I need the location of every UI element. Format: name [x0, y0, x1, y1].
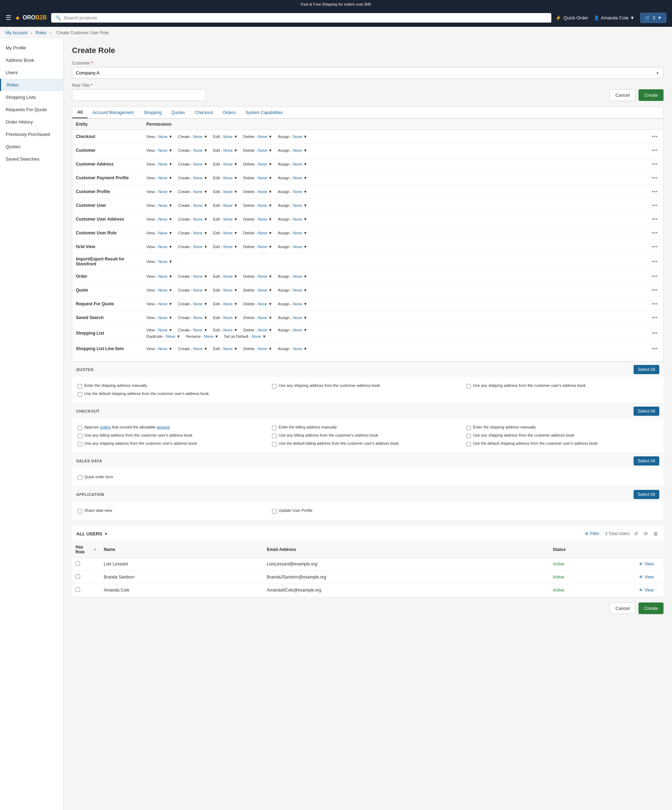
- perm-assign-link[interactable]: None: [293, 347, 302, 351]
- perm-view-link[interactable]: None: [158, 162, 167, 166]
- quick-order-button[interactable]: ⚡ Quick Order: [556, 15, 588, 20]
- perm-assign-link[interactable]: None: [293, 148, 302, 152]
- tab-orders[interactable]: Orders: [218, 107, 241, 118]
- checkout-checkbox-input-9[interactable]: [467, 442, 471, 447]
- perm-create-link[interactable]: None: [193, 274, 202, 278]
- refresh-button-2[interactable]: ⟳: [642, 530, 649, 538]
- perm-edit-link[interactable]: None: [223, 328, 232, 332]
- perm-delete-link[interactable]: None: [258, 231, 267, 235]
- bottom-create-button[interactable]: Create: [638, 602, 664, 614]
- perm-create-link[interactable]: None: [193, 176, 202, 180]
- columns-button[interactable]: ⊞: [652, 530, 659, 538]
- perm-edit-link[interactable]: None: [223, 217, 232, 221]
- user-checkbox-2[interactable]: [76, 587, 80, 592]
- sidebar-item-requests-for-quote[interactable]: Requests For Quote: [0, 103, 63, 116]
- perm-create-link[interactable]: None: [193, 245, 202, 249]
- checkout-checkbox-input-7[interactable]: [77, 442, 82, 447]
- perm-delete-link[interactable]: None: [258, 148, 267, 152]
- perm-view-link[interactable]: None: [158, 217, 167, 221]
- perm-assign-link[interactable]: None: [293, 176, 302, 180]
- refresh-button-1[interactable]: ↺: [633, 530, 640, 538]
- perm-delete-link[interactable]: None: [258, 162, 267, 166]
- breadcrumb-my-account[interactable]: My Account: [6, 30, 27, 35]
- perm-delete-link[interactable]: None: [258, 328, 267, 332]
- perm-view-link[interactable]: None: [158, 328, 167, 332]
- sidebar-item-previously-purchased[interactable]: Previously Purchased: [0, 128, 63, 140]
- perm-edit-link[interactable]: None: [223, 231, 232, 235]
- perm-delete-link[interactable]: None: [258, 135, 267, 139]
- perm-view-link[interactable]: None: [158, 189, 167, 194]
- perm-view-link[interactable]: None: [158, 347, 167, 351]
- sidebar-item-my-profile[interactable]: My Profile: [0, 42, 63, 54]
- customer-select[interactable]: Company A: [72, 67, 664, 79]
- checkout-select-all-button[interactable]: Select All: [633, 407, 659, 416]
- cart-button[interactable]: 🛒 3 ▼: [640, 13, 666, 23]
- user-view-link-0[interactable]: 👁 View: [639, 562, 660, 567]
- perm-edit-link[interactable]: None: [223, 176, 232, 180]
- sidebar-item-address-book[interactable]: Address Book: [0, 54, 63, 66]
- sidebar-item-roles[interactable]: Roles: [0, 79, 63, 91]
- perm-view-link[interactable]: None: [158, 245, 167, 249]
- checkout-checkbox-input-3[interactable]: [467, 426, 471, 430]
- perm-edit-link[interactable]: None: [223, 347, 232, 351]
- perm-create-link[interactable]: None: [193, 162, 202, 166]
- perm-delete-link[interactable]: None: [258, 245, 267, 249]
- row-more-button[interactable]: •••: [649, 174, 660, 182]
- sidebar-item-saved-searches[interactable]: Saved Searches: [0, 153, 63, 165]
- perm-assign-link[interactable]: None: [293, 328, 302, 332]
- tab-checkout[interactable]: Checkout: [190, 107, 218, 118]
- user-view-link-1[interactable]: 👁 View: [639, 575, 660, 579]
- sales-data-checkbox-input-1[interactable]: [77, 476, 82, 480]
- tab-all[interactable]: All: [72, 107, 88, 118]
- user-checkbox-0[interactable]: [76, 561, 80, 566]
- quotes-select-all-button[interactable]: Select All: [633, 365, 659, 374]
- perm-delete-link[interactable]: None: [258, 288, 267, 292]
- perm-set-as-default-link[interactable]: None: [252, 334, 261, 339]
- row-more-button[interactable]: •••: [649, 243, 660, 251]
- perm-edit-link[interactable]: None: [223, 148, 232, 152]
- checkout-checkbox-input-6[interactable]: [467, 434, 471, 438]
- search-bar[interactable]: 🔍: [51, 13, 552, 23]
- perm-assign-link[interactable]: None: [293, 245, 302, 249]
- perm-create-link[interactable]: None: [193, 288, 202, 292]
- perm-assign-link[interactable]: None: [293, 274, 302, 278]
- checkout-checkbox-input-8[interactable]: [272, 442, 276, 447]
- row-more-button[interactable]: •••: [649, 258, 660, 265]
- sales-data-select-all-button[interactable]: Select All: [633, 456, 659, 466]
- perm-delete-link[interactable]: None: [258, 347, 267, 351]
- row-more-button[interactable]: •••: [649, 329, 660, 337]
- tab-system-capabilities[interactable]: System Capabilities: [241, 107, 288, 118]
- perm-delete-link[interactable]: None: [258, 302, 267, 306]
- perm-delete-link[interactable]: None: [258, 274, 267, 278]
- perm-create-link[interactable]: None: [193, 328, 202, 332]
- filter-button[interactable]: ⚙ Filter: [585, 531, 600, 536]
- perm-delete-link[interactable]: None: [258, 203, 267, 208]
- perm-edit-link[interactable]: None: [223, 203, 232, 208]
- tab-shopping[interactable]: Shopping: [139, 107, 167, 118]
- amount-link[interactable]: amount: [157, 425, 170, 429]
- orders-link[interactable]: orders: [100, 425, 111, 429]
- perm-create-link[interactable]: None: [193, 316, 202, 320]
- application-checkbox-input-1[interactable]: [77, 509, 82, 513]
- application-select-all-button[interactable]: Select All: [633, 490, 659, 499]
- perm-edit-link[interactable]: None: [223, 245, 232, 249]
- sidebar-item-quotes[interactable]: Quotes: [0, 140, 63, 153]
- perm-delete-link[interactable]: None: [258, 176, 267, 180]
- tab-account-management[interactable]: Account Management: [88, 107, 139, 118]
- row-more-button[interactable]: •••: [649, 286, 660, 294]
- perm-delete-link[interactable]: None: [258, 217, 267, 221]
- perm-edit-link[interactable]: None: [223, 189, 232, 194]
- perm-assign-link[interactable]: None: [293, 203, 302, 208]
- application-checkbox-input-2[interactable]: [272, 509, 276, 513]
- row-more-button[interactable]: •••: [649, 160, 660, 168]
- create-button[interactable]: Create: [638, 89, 664, 101]
- perm-duplicate-link[interactable]: None: [166, 334, 175, 339]
- perm-edit-link[interactable]: None: [223, 288, 232, 292]
- sidebar-item-users[interactable]: Users: [0, 66, 63, 79]
- perm-create-link[interactable]: None: [193, 302, 202, 306]
- sidebar-item-shopping-lists[interactable]: Shopping Lists: [0, 91, 63, 103]
- perm-view-link[interactable]: None: [158, 316, 167, 320]
- perm-edit-link[interactable]: None: [223, 162, 232, 166]
- row-more-button[interactable]: •••: [649, 188, 660, 196]
- tab-quotes[interactable]: Quotes: [167, 107, 190, 118]
